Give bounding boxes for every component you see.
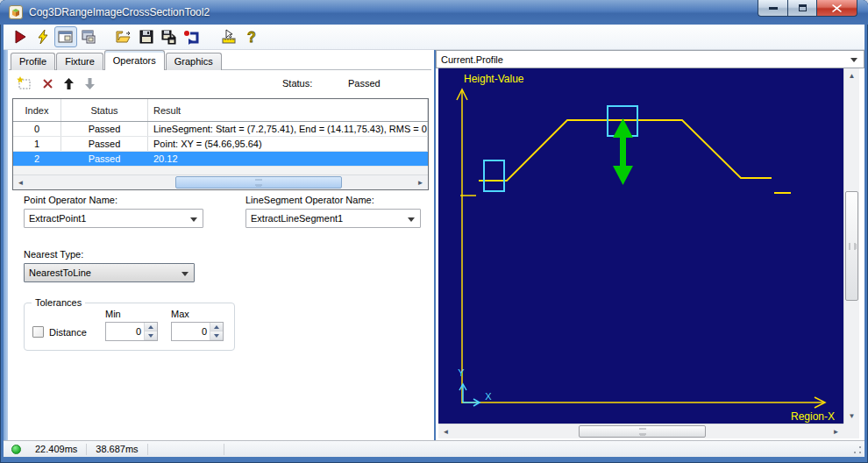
chevron-down-icon <box>850 58 857 62</box>
help-button[interactable]: ? <box>240 26 263 47</box>
run-electric-button[interactable] <box>32 26 54 47</box>
table-row[interactable]: 2 Passed 20.12 <box>13 152 428 167</box>
point-operator-label: Point Operator Name: <box>24 195 117 205</box>
display-source-combo[interactable]: Current.Profile <box>436 50 864 68</box>
linesegment-marker-box[interactable] <box>484 160 504 191</box>
save-icon <box>139 30 153 44</box>
operator-results-grid: Index Status Result 0 Passed LineSegment… <box>12 98 429 190</box>
tolerances-legend: Tolerances <box>32 297 85 308</box>
cell-index: 1 <box>13 137 61 151</box>
show-result-window-button[interactable] <box>54 26 77 47</box>
save-as-icon <box>161 30 177 45</box>
delete-operator-button[interactable] <box>39 75 56 92</box>
run-icon <box>12 29 28 45</box>
add-operator-button[interactable] <box>16 75 33 92</box>
float-window-button[interactable] <box>77 26 100 47</box>
display-panel: Current.Profile Height-ValueRegion-XYX ▲… <box>436 50 864 440</box>
move-up-button[interactable] <box>60 75 77 92</box>
column-header-status[interactable]: Status <box>61 99 148 121</box>
x-axis-label: Region-X <box>791 410 835 423</box>
line-operator-combo[interactable]: ExtractLineSegment1 <box>245 209 421 228</box>
line-operator-value: ExtractLineSegment1 <box>251 213 343 224</box>
operators-toolbar: Status: Passed <box>8 72 434 95</box>
line-operator-label: LineSegment Operator Name: <box>245 195 374 205</box>
save-file-as-button[interactable] <box>158 26 181 47</box>
spin-up-button[interactable] <box>210 323 223 331</box>
nearest-type-label: Nearest Type: <box>24 249 83 260</box>
distance-arrow-shaft[interactable] <box>620 136 626 168</box>
display-source-value: Current.Profile <box>441 54 503 65</box>
scroll-left-arrow[interactable]: ◄ <box>13 175 28 189</box>
max-spinner[interactable]: 0 <box>171 322 224 341</box>
tab-profile[interactable]: Profile <box>11 53 55 70</box>
pointer-ruler-icon <box>220 29 238 45</box>
display-horizontal-scrollbar[interactable]: ◄ ► <box>438 424 843 438</box>
float-window-icon <box>81 30 96 45</box>
tab-operators[interactable]: Operators <box>104 50 165 70</box>
scroll-right-arrow[interactable]: ► <box>829 424 843 438</box>
grid-header: Index Status Result <box>13 99 428 122</box>
delete-icon <box>42 78 53 89</box>
title-bar[interactable]: Cog3DRangeImageCrossSectionTool2 <box>0 0 868 25</box>
point-operator-value: ExtractPoint1 <box>29 213 86 224</box>
resize-grip[interactable] <box>853 445 862 454</box>
run-tool-button[interactable] <box>9 26 32 47</box>
display-vertical-scrollbar[interactable]: ▲ ▼ <box>843 68 859 424</box>
arrow-down-icon <box>84 77 96 90</box>
main-toolbar: ? <box>4 25 864 50</box>
scrollbar-thumb[interactable] <box>175 176 342 189</box>
table-row[interactable]: 1 Passed Point: XY = (54.66,95.64) <box>13 137 428 152</box>
table-row[interactable]: 0 Passed LineSegment: Start = (7.2,75.41… <box>13 122 428 137</box>
chevron-down-icon <box>181 272 189 276</box>
origin-x-letter: X <box>485 391 492 402</box>
scroll-up-arrow[interactable]: ▲ <box>844 68 859 83</box>
profile-display[interactable]: Height-ValueRegion-XYX <box>438 68 843 424</box>
scroll-left-arrow[interactable]: ◄ <box>438 424 453 438</box>
column-header-result[interactable]: Result <box>148 99 428 121</box>
run-status-indicator <box>11 445 21 454</box>
point-operator-combo[interactable]: ExtractPoint1 <box>24 209 203 228</box>
tab-fixture[interactable]: Fixture <box>56 53 103 70</box>
open-file-button[interactable] <box>112 26 135 47</box>
svg-text:?: ? <box>247 30 256 45</box>
reset-icon <box>183 30 201 45</box>
scrollbar-thumb[interactable] <box>579 425 706 438</box>
tool-control-panel: Profile Fixture Operators Graphics Statu… <box>8 50 434 440</box>
tab-graphics[interactable]: Graphics <box>166 53 222 70</box>
distance-checkbox-label: Distance <box>49 327 87 338</box>
reset-tool-button[interactable] <box>181 26 203 47</box>
cell-status: Passed <box>61 122 148 136</box>
grid-horizontal-scrollbar[interactable]: ◄ ► <box>13 175 428 189</box>
cell-index: 2 <box>13 152 61 166</box>
distance-checkbox[interactable] <box>32 326 44 338</box>
scroll-down-arrow[interactable]: ▼ <box>844 409 859 424</box>
close-button[interactable] <box>817 0 857 17</box>
pointer-measure-button[interactable] <box>217 26 240 47</box>
spin-down-button[interactable] <box>145 331 157 340</box>
status-value: Passed <box>348 76 409 90</box>
tool-edit-window: Cog3DRangeImageCrossSectionTool2 <box>0 0 868 463</box>
execution-time: 22.409ms <box>32 444 81 454</box>
origin-y-letter: Y <box>458 367 465 378</box>
cell-result: LineSegment: Start = (7.2,75.41), End = … <box>148 122 428 136</box>
min-spinner[interactable]: 0 <box>105 322 158 341</box>
minimize-button[interactable] <box>758 0 787 17</box>
result-window-icon <box>58 30 74 44</box>
chevron-down-icon <box>190 217 197 222</box>
spin-down-button[interactable] <box>210 331 223 340</box>
cell-status: Passed <box>61 152 148 166</box>
scroll-right-arrow[interactable]: ► <box>413 175 428 189</box>
move-down-button[interactable] <box>81 75 98 92</box>
save-file-button[interactable] <box>135 26 158 47</box>
scrollbar-thumb[interactable] <box>845 191 858 301</box>
cell-index: 0 <box>13 122 61 136</box>
status-bar: 22.409ms 38.687ms <box>4 440 864 457</box>
distance-arrow-head-top[interactable] <box>613 118 633 138</box>
nearest-type-combo[interactable]: NearestToLine <box>24 263 195 282</box>
column-header-index[interactable]: Index <box>13 99 61 121</box>
open-folder-icon <box>116 30 132 44</box>
window-title: Cog3DRangeImageCrossSectionTool2 <box>29 6 210 18</box>
distance-arrow-head-bottom[interactable] <box>613 166 633 185</box>
spin-up-button[interactable] <box>145 323 157 331</box>
maximize-button[interactable] <box>787 0 817 17</box>
